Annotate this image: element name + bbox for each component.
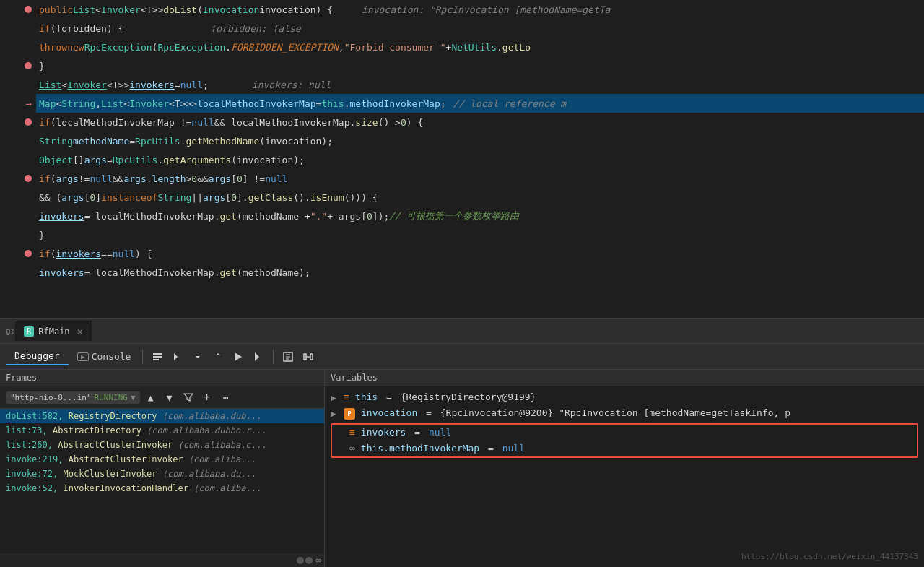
- code-token: isEnum: [310, 192, 344, 203]
- code-token: (: [197, 4, 203, 15]
- code-token: null: [180, 79, 203, 90]
- toolbar-btn-step-into[interactable]: [189, 348, 206, 365]
- var-item-invokers[interactable]: ▶ ≡ invokers = null: [332, 425, 917, 441]
- code-token: <T>>>: [169, 98, 197, 109]
- frame-class-1: AbstractDirectory: [53, 425, 141, 436]
- frame-class-2: AbstractClusterInvoker: [58, 440, 173, 450]
- code-token: args: [123, 173, 146, 184]
- code-token: invokers: [56, 248, 101, 259]
- var-item-methodInvokerMap[interactable]: ▶ ∞ this.methodInvokerMap = null: [332, 441, 917, 456]
- toolbar-btn-step-over[interactable]: [169, 348, 186, 365]
- code-token: .: [180, 136, 186, 147]
- breakpoint-dot: [25, 62, 32, 69]
- toolbar-btn-frames[interactable]: [279, 348, 297, 365]
- code-token: throw: [39, 42, 67, 53]
- code-token: +: [446, 42, 452, 53]
- frame-infinity-icon: ∞: [315, 555, 321, 566]
- code-token: (invocation);: [259, 136, 333, 147]
- code-token: 0: [401, 117, 406, 128]
- code-token: [: [225, 192, 231, 203]
- code-token: (methodName +: [237, 211, 310, 222]
- frame-add-btn[interactable]: +: [199, 389, 215, 405]
- var-value-invokers: null: [429, 427, 451, 438]
- code-token: ].: [237, 192, 248, 203]
- toolbar-btn-step-out[interactable]: [209, 348, 227, 365]
- var-icon-invocation: P: [344, 408, 355, 420]
- debugger-panels: Frames "http-nio-8...in" RUNNING ▼ ▲ ▼ +…: [0, 370, 924, 567]
- code-token: methodName: [73, 136, 129, 147]
- frames-list[interactable]: doList:582, RegistryDirectory (com.aliba…: [0, 409, 324, 553]
- frames-header-label: Frames: [6, 373, 37, 383]
- thread-name: "http-nio-8...in": [10, 393, 92, 402]
- debugger-tab[interactable]: Debugger: [6, 347, 69, 365]
- toolbar-btn-force-run[interactable]: [250, 348, 267, 365]
- code-line-14: if ( invokers == null ) {: [36, 244, 924, 263]
- code-token: [: [84, 192, 90, 203]
- frames-panel: Frames "http-nio-8...in" RUNNING ▼ ▲ ▼ +…: [0, 370, 325, 567]
- code-token: public: [39, 4, 73, 15]
- scroll-up-btn[interactable]: [297, 557, 304, 564]
- code-token: invokers: [129, 79, 175, 90]
- frame-item-4[interactable]: invoke:72, MockClusterInvoker (com.aliba…: [0, 467, 324, 481]
- console-icon: ▶: [77, 352, 89, 361]
- code-token: invokers: [39, 211, 84, 222]
- code-line-6-highlighted: → Map < String , List < Invoker <T>>> lo…: [36, 94, 924, 113]
- code-token: (localMethodInvokerMap !=: [51, 117, 192, 128]
- toolbar-btn-menu[interactable]: [149, 348, 166, 365]
- toolbar-separator-1: [142, 350, 143, 364]
- code-token: FORBIDDEN_EXCEPTION: [231, 42, 339, 53]
- code-token: .: [147, 173, 152, 184]
- var-expander-invocation[interactable]: ▶: [331, 408, 341, 419]
- code-line-9: Object [] args = RpcUtils . getArguments…: [36, 150, 924, 169]
- code-token: ]: [95, 192, 101, 203]
- toolbar-btn-variables[interactable]: [300, 348, 317, 365]
- code-line-15: invokers = localMethodInvokerMap. get (m…: [36, 263, 924, 282]
- code-token: methodInvokerMap: [350, 98, 440, 109]
- rf-main-tab[interactable]: R RfMain ×: [15, 321, 92, 341]
- frame-class-0: RegistryDirectory: [69, 411, 157, 421]
- code-token: "Forbid consumer ": [344, 42, 446, 53]
- code-token: invokers: [39, 267, 84, 278]
- var-equals-invokers: =: [409, 427, 425, 438]
- thread-selector[interactable]: "http-nio-8...in" RUNNING ▼: [6, 391, 140, 404]
- code-token: List: [101, 98, 123, 109]
- frame-item-1[interactable]: list:73, AbstractDirectory (com.alibaba.…: [0, 423, 324, 438]
- frame-down-btn[interactable]: ▼: [162, 389, 178, 405]
- code-token: = localMethodInvokerMap.: [84, 267, 220, 278]
- frame-item-0[interactable]: doList:582, RegistryDirectory (com.aliba…: [0, 409, 324, 423]
- code-token: String: [39, 136, 73, 147]
- frame-item-2[interactable]: list:260, AbstractClusterInvoker (com.al…: [0, 438, 324, 452]
- code-token: null: [113, 248, 135, 259]
- var-item-this[interactable]: ▶ ≡ this = {RegistryDirectory@9199}: [325, 389, 924, 405]
- breakpoint-dot: [25, 6, 32, 13]
- frame-item-3[interactable]: invoke:219, AbstractClusterInvoker (com.…: [0, 452, 324, 467]
- code-line-7: if (localMethodInvokerMap != null && loc…: [36, 113, 924, 131]
- frame-item-5[interactable]: invoke:52, InvokerInvocationHandler (com…: [0, 481, 324, 495]
- code-token: 0: [367, 211, 372, 222]
- toolbar-btn-run-to-cursor[interactable]: [230, 348, 247, 365]
- frame-filter-btn[interactable]: [180, 389, 196, 405]
- code-token: args: [209, 173, 231, 184]
- code-token: 0: [191, 173, 197, 184]
- console-tab[interactable]: ▶ Console: [71, 348, 137, 365]
- var-item-invocation[interactable]: ▶ P invocation = {RpcInvocation@9200} "R…: [325, 405, 924, 422]
- code-token: (forbidden) {: [51, 23, 124, 34]
- var-value-this: {RegistryDirectory@9199}: [401, 391, 536, 402]
- variables-list[interactable]: ▶ ≡ this = {RegistryDirectory@9199} ▶ P …: [325, 386, 924, 567]
- line-gutter-14: [3, 250, 32, 257]
- frame-package-5: (com.aliba...: [193, 483, 261, 493]
- tab-close-button[interactable]: ×: [77, 326, 83, 337]
- var-value-invocation: {RpcInvocation@9200} "RpcInvocation [met…: [440, 407, 790, 418]
- code-token: this: [321, 98, 344, 109]
- code-token: args: [56, 173, 78, 184]
- var-equals-methodInvokerMap: =: [482, 443, 499, 454]
- code-token: List: [39, 79, 61, 90]
- code-token: length: [152, 173, 186, 184]
- code-token: =: [107, 155, 113, 165]
- code-token: =: [129, 136, 135, 147]
- var-equals-this: =: [380, 391, 397, 402]
- frame-more-btn[interactable]: ⋯: [218, 389, 234, 405]
- frame-up-btn[interactable]: ▲: [143, 389, 159, 405]
- var-expander-this[interactable]: ▶: [331, 392, 341, 403]
- scroll-down-btn[interactable]: [305, 557, 313, 564]
